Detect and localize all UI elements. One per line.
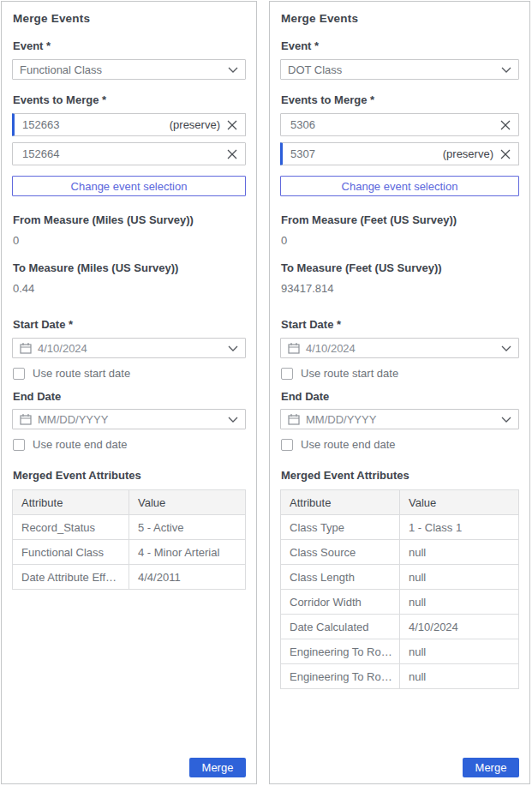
event-id: 152664 <box>22 147 226 160</box>
event-to-merge-row: 152664 <box>12 142 246 165</box>
event-select[interactable]: DOT Class <box>280 59 519 80</box>
merged-event-attributes-table: Attribute Value Record_Status 5 - Active… <box>12 489 246 590</box>
merge-button[interactable]: Merge <box>189 758 246 777</box>
remove-event-icon[interactable] <box>226 148 238 160</box>
attr-name: Engineering To RouteID <box>281 639 400 664</box>
merged-event-attributes-title: Merged Event Attributes <box>281 469 519 482</box>
chevron-down-icon <box>228 344 238 352</box>
event-id: 152663 <box>22 118 170 131</box>
panel-footer: Merge <box>12 758 246 778</box>
event-label: Event * <box>281 39 519 52</box>
event-id: 5306 <box>290 118 499 131</box>
attr-value: 4 - Minor Arterial <box>129 540 246 565</box>
attr-name: Class Type <box>281 515 400 540</box>
calendar-icon <box>288 342 300 354</box>
to-measure-value: 0.44 <box>13 282 246 295</box>
table-row: Record_Status 5 - Active <box>13 515 246 540</box>
table-row: Class Source null <box>281 540 519 565</box>
attr-value: null <box>400 639 519 664</box>
end-date-picker[interactable]: MM/DD/YYYY <box>280 409 519 429</box>
event-select-value: DOT Class <box>288 63 496 76</box>
use-route-end-date-label: Use route end date <box>301 438 396 451</box>
start-date-picker[interactable]: 4/10/2024 <box>12 338 246 358</box>
from-measure-value: 0 <box>281 234 519 247</box>
attr-name: Engineering To Route ... <box>281 664 400 689</box>
table-row: Class Length null <box>281 565 519 590</box>
end-date-placeholder: MM/DD/YYYY <box>38 413 223 426</box>
attr-name: Record_Status <box>13 515 129 540</box>
use-route-start-date-checkbox-row[interactable]: Use route start date <box>281 367 519 380</box>
chevron-down-icon <box>228 415 238 423</box>
attr-value: null <box>400 590 519 615</box>
table-row: Class Type 1 - Class 1 <box>281 515 519 540</box>
attr-name: Class Length <box>281 565 400 590</box>
use-route-start-date-checkbox-row[interactable]: Use route start date <box>13 367 246 380</box>
event-select[interactable]: Functional Class <box>12 59 246 80</box>
start-date-label: Start Date * <box>13 318 246 331</box>
change-event-selection-button[interactable]: Change event selection <box>12 176 246 196</box>
preserve-badge: (preserve) <box>443 147 493 160</box>
merged-event-attributes-title: Merged Event Attributes <box>13 469 246 482</box>
remove-event-icon[interactable] <box>226 119 238 131</box>
start-date-picker[interactable]: 4/10/2024 <box>280 338 519 358</box>
attr-value: null <box>400 565 519 590</box>
panel-footer: Merge <box>280 758 519 778</box>
from-measure-label: From Measure (Feet (US Survey)) <box>281 213 519 226</box>
attr-value: 4/10/2024 <box>400 615 519 639</box>
to-measure-value: 93417.814 <box>281 282 519 295</box>
use-route-end-date-checkbox[interactable] <box>281 439 293 451</box>
event-id: 5307 <box>290 147 443 160</box>
use-route-end-date-checkbox[interactable] <box>13 439 25 451</box>
use-route-start-date-checkbox[interactable] <box>13 368 25 380</box>
event-label: Event * <box>13 39 246 52</box>
attr-name: Corridor Width <box>281 590 400 615</box>
start-date-label: Start Date * <box>281 318 519 331</box>
calendar-icon <box>20 342 32 354</box>
event-to-merge-row: 152663 (preserve) <box>12 113 246 136</box>
table-row: Engineering To RouteID null <box>281 639 519 664</box>
chevron-down-icon <box>501 65 511 74</box>
table-row: Functional Class 4 - Minor Arterial <box>13 540 246 565</box>
calendar-icon <box>288 413 300 425</box>
change-event-selection-button[interactable]: Change event selection <box>280 176 519 196</box>
merged-event-attributes-table: Attribute Value Class Type 1 - Class 1 C… <box>280 489 519 689</box>
use-route-start-date-checkbox[interactable] <box>281 368 293 380</box>
attr-name: Date Calculated <box>281 615 400 639</box>
attr-name: Date Attribute Effective <box>13 565 129 590</box>
calendar-icon <box>20 413 32 425</box>
end-date-placeholder: MM/DD/YYYY <box>306 413 496 426</box>
events-to-merge-label: Events to Merge * <box>281 93 519 106</box>
remove-event-icon[interactable] <box>499 148 511 160</box>
table-row: Corridor Width null <box>281 590 519 615</box>
start-date-value: 4/10/2024 <box>38 342 223 355</box>
chevron-down-icon <box>228 65 238 74</box>
attr-name: Class Source <box>281 540 400 565</box>
to-measure-label: To Measure (Feet (US Survey)) <box>281 261 519 274</box>
events-to-merge-label: Events to Merge * <box>13 93 246 106</box>
merge-button[interactable]: Merge <box>463 758 519 777</box>
table-row: Engineering To Route ... null <box>281 664 519 689</box>
end-date-picker[interactable]: MM/DD/YYYY <box>12 409 246 429</box>
merge-events-panel-left: Merge Events Event * Functional Class Ev… <box>1 1 257 784</box>
preserve-badge: (preserve) <box>170 118 220 131</box>
event-to-merge-row: 5307 (preserve) <box>280 142 519 165</box>
value-column-header: Value <box>400 490 519 515</box>
chevron-down-icon <box>501 415 511 423</box>
attr-name: Functional Class <box>13 540 129 565</box>
to-measure-label: To Measure (Miles (US Survey)) <box>13 261 246 274</box>
start-date-value: 4/10/2024 <box>306 342 496 355</box>
use-route-start-date-label: Use route start date <box>301 367 398 380</box>
value-column-header: Value <box>129 490 246 515</box>
from-measure-value: 0 <box>13 234 246 247</box>
table-row: Date Attribute Effective 4/4/2011 <box>13 565 246 590</box>
table-row: Date Calculated 4/10/2024 <box>281 615 519 639</box>
end-date-label: End Date <box>13 390 246 403</box>
remove-event-icon[interactable] <box>499 119 511 131</box>
attr-value: 1 - Class 1 <box>400 515 519 540</box>
use-route-end-date-checkbox-row[interactable]: Use route end date <box>13 438 246 451</box>
panel-title: Merge Events <box>13 12 246 25</box>
use-route-end-date-checkbox-row[interactable]: Use route end date <box>281 438 519 451</box>
panel-title: Merge Events <box>281 12 519 25</box>
end-date-label: End Date <box>281 390 519 403</box>
use-route-start-date-label: Use route start date <box>33 367 130 380</box>
